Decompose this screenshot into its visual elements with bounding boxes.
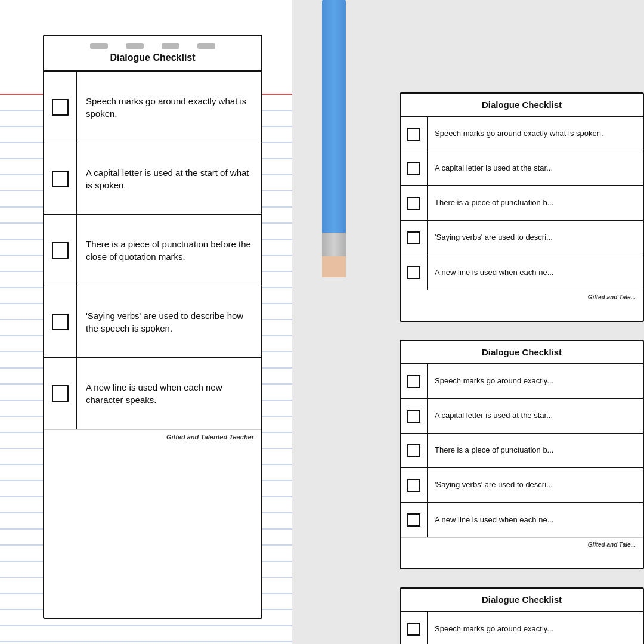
right-top-checkbox-3[interactable]	[407, 197, 420, 210]
text-col-1: Speech marks go around exactly what is s…	[77, 72, 261, 143]
checkbox-col-2	[44, 143, 77, 214]
right-bot-title: Dialogue Checklist	[482, 595, 562, 605]
card-header: Dialogue Checklist	[44, 36, 261, 72]
right-bot-card: Dialogue Checklist Speech marks go aroun…	[400, 587, 644, 644]
right-mid-title: Dialogue Checklist	[482, 347, 562, 357]
right-mid-row-3: There is a piece of punctuation b...	[401, 434, 643, 468]
right-bot-text-1: Speech marks go around exactly...	[428, 612, 643, 644]
checkbox-2[interactable]	[52, 171, 69, 187]
right-mid-cb-col-2	[401, 399, 428, 433]
right-top-text-5: A new line is used when each ne...	[428, 255, 643, 290]
right-mid-card: Dialogue Checklist Speech marks go aroun…	[400, 340, 644, 569]
right-bot-cb-col-1	[401, 612, 428, 644]
right-mid-row-4: 'Saying verbs' are used to descri...	[401, 468, 643, 503]
card-title: Dialogue Checklist	[110, 52, 195, 63]
clip-3	[162, 43, 179, 49]
pencil	[322, 0, 346, 280]
right-mid-header: Dialogue Checklist	[401, 341, 643, 364]
pencil-metal	[322, 233, 346, 256]
clip-2	[126, 43, 144, 49]
right-top-text-2: A capital letter is used at the star...	[428, 151, 643, 185]
checklist-row-3: There is a piece of punctuation before t…	[44, 215, 261, 286]
right-top-title: Dialogue Checklist	[482, 100, 562, 110]
main-checklist-card: Dialogue Checklist Speech marks go aroun…	[43, 35, 262, 619]
pencil-body	[322, 0, 346, 239]
checklist-row-1: Speech marks go around exactly what is s…	[44, 72, 261, 143]
clip-4	[197, 43, 215, 49]
right-mid-row-2: A capital letter is used at the star...	[401, 399, 643, 434]
right-mid-footer: Gifted and Tale...	[401, 537, 643, 552]
right-mid-checkbox-5[interactable]	[407, 513, 420, 527]
text-col-5: A new line is used when each new charact…	[77, 358, 261, 429]
text-col-3: There is a piece of punctuation before t…	[77, 215, 261, 286]
right-top-text-4: 'Saying verbs' are used to descri...	[428, 221, 643, 255]
right-mid-checkbox-1[interactable]	[407, 375, 420, 388]
right-mid-text-4: 'Saying verbs' are used to descri...	[428, 468, 643, 502]
pencil-eraser	[322, 256, 346, 277]
checkbox-col-1	[44, 72, 77, 143]
checkbox-4[interactable]	[52, 314, 69, 330]
right-top-cb-col-2	[401, 151, 428, 185]
checklist-row-2: A capital letter is used at the start of…	[44, 143, 261, 215]
right-top-cb-col-3	[401, 186, 428, 220]
right-mid-row-5: A new line is used when each ne...	[401, 503, 643, 537]
right-mid-text-3: There is a piece of punctuation b...	[428, 434, 643, 467]
right-bot-header: Dialogue Checklist	[401, 589, 643, 612]
right-mid-text-2: A capital letter is used at the star...	[428, 399, 643, 433]
right-mid-checkbox-4[interactable]	[407, 479, 420, 492]
right-top-text-1: Speech marks go around exactly what is s…	[428, 117, 643, 151]
right-top-footer: Gifted and Tale...	[401, 290, 643, 304]
checkbox-col-5	[44, 358, 77, 429]
checkbox-3[interactable]	[52, 242, 69, 259]
checkbox-col-3	[44, 215, 77, 286]
right-mid-cb-col-3	[401, 434, 428, 467]
right-top-checkbox-4[interactable]	[407, 231, 420, 244]
checkbox-5[interactable]	[52, 385, 69, 402]
right-mid-text-5: A new line is used when each ne...	[428, 503, 643, 537]
right-top-text-3: There is a piece of punctuation b...	[428, 186, 643, 220]
right-top-checkbox-2[interactable]	[407, 162, 420, 175]
right-top-row-3: There is a piece of punctuation b...	[401, 186, 643, 221]
clip-1	[90, 43, 108, 49]
text-col-4: 'Saying verbs' are used to describe how …	[77, 286, 261, 357]
right-mid-checkbox-2[interactable]	[407, 410, 420, 423]
right-top-card: Dialogue Checklist Speech marks go aroun…	[400, 92, 644, 322]
right-bot-row-1: Speech marks go around exactly...	[401, 612, 643, 644]
right-top-row-4: 'Saying verbs' are used to descri...	[401, 221, 643, 255]
right-top-header: Dialogue Checklist	[401, 94, 643, 117]
right-top-cb-col-1	[401, 117, 428, 151]
right-bot-checkbox-1[interactable]	[407, 623, 420, 636]
checkbox-col-4	[44, 286, 77, 357]
card-footer: Gifted and Talented Teacher	[44, 429, 261, 444]
right-mid-checkbox-3[interactable]	[407, 444, 420, 457]
text-col-2: A capital letter is used at the start of…	[77, 143, 261, 214]
right-top-checkbox-1[interactable]	[407, 128, 420, 141]
right-top-cb-col-4	[401, 221, 428, 255]
right-top-cb-col-5	[401, 255, 428, 290]
checklist-row-4: 'Saying verbs' are used to describe how …	[44, 286, 261, 358]
right-mid-cb-col-4	[401, 468, 428, 502]
right-mid-row-1: Speech marks go around exactly...	[401, 364, 643, 399]
right-top-row-1: Speech marks go around exactly what is s…	[401, 117, 643, 151]
clips	[90, 43, 215, 49]
right-mid-cb-col-5	[401, 503, 428, 537]
right-top-row-5: A new line is used when each ne...	[401, 255, 643, 290]
right-mid-cb-col-1	[401, 364, 428, 398]
checkbox-1[interactable]	[52, 99, 69, 116]
right-top-checkbox-5[interactable]	[407, 266, 420, 279]
right-mid-text-1: Speech marks go around exactly...	[428, 364, 643, 398]
checklist-row-5: A new line is used when each new charact…	[44, 358, 261, 429]
right-top-row-2: A capital letter is used at the star...	[401, 151, 643, 186]
